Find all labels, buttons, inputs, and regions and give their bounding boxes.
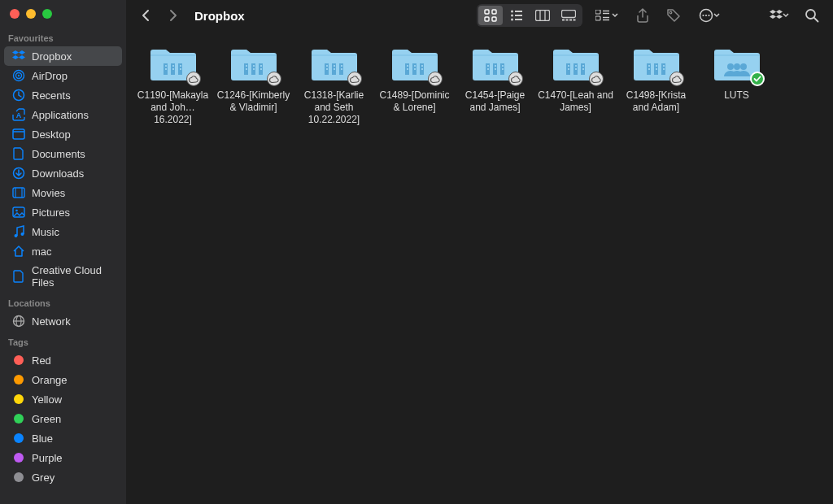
- svg-rect-57: [180, 68, 181, 70]
- sidebar-item-creative-cloud-files[interactable]: Creative Cloud Files: [4, 261, 122, 292]
- sidebar-item-mac[interactable]: mac: [4, 241, 122, 261]
- svg-point-46: [708, 15, 709, 16]
- folder-item[interactable]: C1454-[Paige and James]: [455, 44, 535, 126]
- svg-rect-18: [485, 10, 489, 14]
- svg-point-113: [734, 63, 740, 70]
- sidebar-item-airdrop[interactable]: AirDrop: [4, 66, 122, 85]
- folder-item[interactable]: C1498-[Krista and Adam]: [616, 44, 696, 126]
- svg-rect-92: [495, 68, 496, 70]
- cloud-badge-icon: [508, 72, 523, 86]
- sidebar-item-red[interactable]: Red: [4, 350, 122, 370]
- sidebar-item-purple[interactable]: Purple: [4, 448, 122, 467]
- svg-rect-28: [536, 11, 550, 21]
- clock-icon: [12, 89, 25, 102]
- folder-item[interactable]: C1470-[Leah and James]: [535, 44, 616, 126]
- close-button[interactable]: [10, 9, 20, 19]
- svg-rect-19: [492, 10, 496, 14]
- sidebar-item-downloads[interactable]: Downloads: [4, 163, 122, 183]
- search-button[interactable]: [800, 6, 823, 25]
- sidebar-item-documents[interactable]: Documents: [4, 144, 122, 163]
- action-menu-button[interactable]: [693, 6, 726, 25]
- svg-rect-100: [568, 68, 569, 70]
- sidebar-item-label: Downloads: [32, 167, 84, 180]
- folder-item[interactable]: C1318-[Karlie and Seth 10.22.2022]: [294, 44, 374, 126]
- minimize-button[interactable]: [26, 9, 36, 19]
- chevron-down-icon: [612, 13, 618, 18]
- folder-label: C1318-[Karlie and Seth 10.22.2022]: [294, 89, 374, 126]
- back-button[interactable]: [136, 6, 155, 25]
- sidebar-item-label: Yellow: [32, 393, 62, 406]
- dropbox-status-button[interactable]: [766, 6, 792, 25]
- home-icon: [12, 245, 25, 258]
- sidebar-item-blue[interactable]: Blue: [4, 428, 122, 448]
- sidebar-item-label: AirDrop: [32, 70, 68, 82]
- sidebar-item-network[interactable]: Network: [4, 311, 122, 331]
- folder-item[interactable]: C1246-[Kimberly & Vladimir]: [213, 44, 294, 126]
- sidebar-item-grey[interactable]: Grey: [4, 467, 122, 487]
- folder-icon: [149, 44, 198, 85]
- sidebar-item-movies[interactable]: Movies: [4, 183, 122, 202]
- svg-rect-56: [172, 68, 174, 70]
- sidebar-section-header: Favourites: [0, 27, 126, 46]
- forward-button[interactable]: [164, 6, 183, 25]
- folder-item[interactable]: LUTS: [696, 44, 777, 126]
- gallery-view-button[interactable]: [556, 6, 581, 25]
- svg-rect-111: [663, 68, 665, 70]
- svg-rect-91: [487, 68, 489, 70]
- folder-label: C1246-[Kimberly & Vladimir]: [213, 89, 294, 114]
- toolbar: Dropbox: [126, 0, 833, 31]
- sidebar-item-music[interactable]: Music: [4, 222, 122, 241]
- dropbox-icon: [12, 50, 25, 63]
- sidebar-item-desktop[interactable]: Desktop: [4, 124, 122, 144]
- sidebar-item-pictures[interactable]: Pictures: [4, 202, 122, 222]
- svg-rect-106: [648, 65, 650, 67]
- cloud-badge-icon: [347, 72, 362, 86]
- sidebar-section-header: Locations: [0, 292, 126, 311]
- svg-point-42: [669, 11, 672, 14]
- folder-label: C1489-[Dominic & Lorene]: [374, 89, 455, 114]
- svg-rect-31: [562, 11, 576, 18]
- svg-point-45: [705, 15, 707, 16]
- svg-rect-88: [487, 65, 489, 67]
- svg-point-22: [511, 11, 513, 13]
- svg-point-47: [806, 10, 815, 19]
- svg-rect-110: [656, 68, 657, 70]
- folder-icon: [390, 44, 439, 85]
- folder-item[interactable]: C1489-[Dominic & Lorene]: [374, 44, 455, 126]
- share-button[interactable]: [631, 6, 654, 25]
- folder-icon: [713, 44, 761, 85]
- svg-rect-66: [260, 68, 262, 70]
- group-button[interactable]: [591, 6, 623, 25]
- svg-rect-107: [656, 65, 657, 67]
- sidebar-item-yellow[interactable]: Yellow: [4, 389, 122, 409]
- sidebar-item-label: Creative Cloud Files: [32, 264, 114, 289]
- pictures-icon: [12, 206, 25, 219]
- icon-view-button[interactable]: [478, 6, 503, 25]
- svg-point-112: [727, 63, 734, 70]
- chevron-down-icon: [783, 13, 789, 18]
- column-view-button[interactable]: [530, 6, 555, 25]
- sidebar-item-dropbox[interactable]: Dropbox: [4, 46, 122, 66]
- svg-rect-61: [246, 65, 247, 67]
- svg-rect-83: [414, 68, 416, 70]
- svg-rect-53: [172, 65, 174, 67]
- sidebar-item-green[interactable]: Green: [4, 409, 122, 428]
- check-badge-icon: [750, 72, 765, 86]
- sidebar-section-header: Tags: [0, 331, 126, 350]
- list-view-button[interactable]: [504, 6, 529, 25]
- folder-item[interactable]: C1190-[Makayla and Joh…16.2022]: [133, 44, 213, 126]
- svg-text:A: A: [16, 111, 22, 119]
- movies-icon: [12, 186, 25, 199]
- sidebar-item-applications[interactable]: AApplications: [4, 105, 122, 124]
- svg-rect-32: [562, 20, 565, 21]
- svg-point-13: [15, 234, 18, 237]
- sidebar-item-recents[interactable]: Recents: [4, 85, 122, 105]
- sidebar-item-orange[interactable]: Orange: [4, 370, 122, 389]
- maximize-button[interactable]: [42, 9, 52, 19]
- folder-label: C1454-[Paige and James]: [455, 89, 535, 114]
- sidebar: FavouritesDropboxAirDropRecentsAApplicat…: [0, 0, 126, 504]
- view-mode-group: [477, 4, 582, 27]
- tag-button[interactable]: [662, 6, 685, 25]
- svg-rect-65: [253, 68, 255, 70]
- svg-rect-21: [492, 17, 496, 21]
